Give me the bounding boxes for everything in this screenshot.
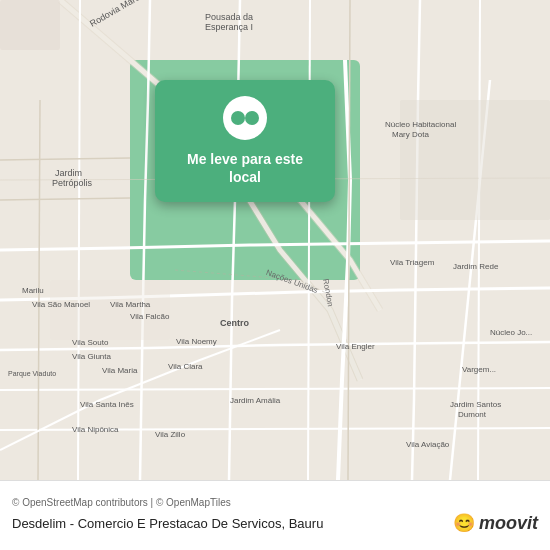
svg-rect-4 — [50, 280, 170, 340]
svg-rect-2 — [0, 0, 60, 50]
place-name: Desdelim - Comercio E Prestacao De Servi… — [12, 516, 453, 531]
svg-rect-3 — [400, 100, 550, 220]
map-container: Pousada da Esperança I Rodovia Marechal … — [0, 0, 550, 480]
location-pin-icon — [223, 96, 267, 140]
map-svg — [0, 0, 550, 480]
moovit-text: moovit — [479, 513, 538, 534]
info-bar: © OpenStreetMap contributors | © OpenMap… — [0, 480, 550, 550]
moovit-logo: 😊 moovit — [453, 512, 538, 534]
popup-label: Me leve para este local — [171, 150, 319, 186]
location-popup[interactable]: Me leve para este local — [155, 80, 335, 202]
attribution-text: © OpenStreetMap contributors | © OpenMap… — [12, 497, 538, 508]
moovit-emoji: 😊 — [453, 512, 475, 534]
